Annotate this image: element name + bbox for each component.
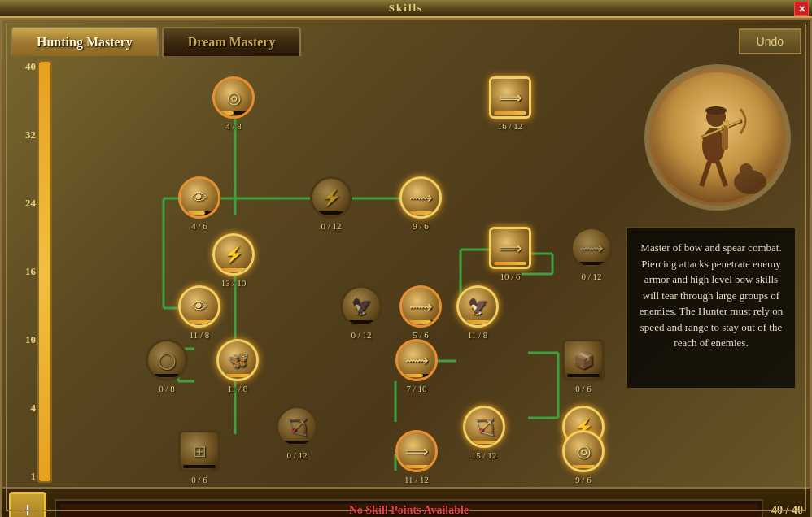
skill-icon-s18: 🏹 bbox=[463, 406, 505, 448]
skill-node-s9[interactable]: 👁 11 / 8 bbox=[178, 285, 220, 340]
skills-area: 40 32 24 16 10 4 1 bbox=[9, 56, 803, 487]
skill-label-s6: 13 / 10 bbox=[221, 278, 247, 288]
skill-label-s22: 9 / 6 bbox=[575, 475, 592, 484]
skill-icon-s11: ⟿ bbox=[399, 285, 442, 328]
skill-label-s12: 11 / 8 bbox=[468, 330, 488, 340]
skill-icon-s9: 👁 bbox=[178, 285, 220, 328]
svg-point-36 bbox=[740, 163, 753, 176]
skill-icon-s8: ⟿ bbox=[570, 227, 613, 269]
skill-label-s21: 11 / 12 bbox=[404, 475, 429, 484]
skill-label-s14: 11 / 8 bbox=[228, 384, 248, 393]
level-label-1: 1 bbox=[15, 470, 36, 483]
skill-label-s3: 4 / 6 bbox=[191, 221, 207, 231]
skill-node-s20[interactable]: ⊞ 0 / 6 bbox=[178, 430, 220, 484]
tab-hunting[interactable]: Hunting Mastery bbox=[11, 27, 159, 56]
tabs-row: Hunting Mastery Dream Mastery Undo bbox=[2, 20, 810, 56]
level-bar-container: 40 32 24 16 10 4 1 bbox=[9, 56, 58, 487]
skill-node-s1[interactable]: ◎ 4 / 8 bbox=[212, 76, 255, 131]
level-label-16: 16 bbox=[15, 265, 36, 278]
undo-button[interactable]: Undo bbox=[739, 28, 801, 54]
level-label-4: 4 bbox=[15, 402, 36, 415]
level-label-24: 24 bbox=[15, 197, 36, 210]
skill-node-s5[interactable]: ⟿ 9 / 6 bbox=[399, 176, 442, 231]
main-container: Hunting Mastery Dream Mastery Undo 40 32… bbox=[0, 18, 812, 517]
skill-node-s4[interactable]: ⚡ 0 / 12 bbox=[310, 176, 352, 231]
svg-rect-31 bbox=[722, 125, 728, 150]
points-display: 40 / 40 bbox=[771, 504, 803, 517]
skill-node-s12[interactable]: 🦅 11 / 8 bbox=[456, 285, 499, 340]
skill-icon-s22: ◎ bbox=[562, 430, 605, 472]
skill-node-s7[interactable]: ⟹ 10 / 6 bbox=[489, 227, 531, 281]
portrait-svg bbox=[653, 72, 783, 202]
window-title: Skills bbox=[389, 2, 423, 15]
skill-node-s15[interactable]: ⟿ 7 / 10 bbox=[395, 339, 438, 393]
skill-node-s17[interactable]: 🏹 0 / 12 bbox=[276, 406, 318, 460]
skill-points-bar: No Skill Points Available bbox=[55, 499, 763, 517]
skill-node-s18[interactable]: 🏹 15 / 12 bbox=[463, 406, 505, 460]
description-box: Master of bow and spear combat. Piercing… bbox=[626, 227, 797, 389]
skill-icon-s20: ⊞ bbox=[178, 430, 220, 472]
tab-dream[interactable]: Dream Mastery bbox=[162, 27, 302, 56]
title-bar: Skills ✕ bbox=[0, 0, 812, 18]
bottom-bar: + No Skill Points Available 40 / 40 bbox=[2, 487, 810, 517]
skill-label-s16: 0 / 6 bbox=[575, 384, 592, 393]
skill-icon-s5: ⟿ bbox=[399, 176, 442, 219]
skill-grid: ◎ 4 / 8 ⟹ 16 / 12 👁 4 / 6 bbox=[58, 56, 632, 487]
skill-icon-s12: 🦅 bbox=[456, 285, 499, 328]
skill-icon-s17: 🏹 bbox=[276, 406, 318, 448]
skill-node-s11[interactable]: ⟿ 5 / 6 bbox=[399, 285, 442, 340]
skill-icon-s16: 📦 bbox=[562, 339, 605, 381]
char-portrait bbox=[644, 64, 791, 211]
skill-node-s10[interactable]: 🦅 0 / 12 bbox=[340, 285, 382, 340]
skill-icon-s14: 🦋 bbox=[216, 339, 259, 381]
svg-point-30 bbox=[705, 106, 727, 115]
skill-icon-s3: 👁 bbox=[178, 176, 220, 219]
skill-label-s1: 4 / 8 bbox=[225, 121, 242, 131]
skill-points-text: No Skill Points Available bbox=[349, 504, 469, 517]
skill-label-s17: 0 / 12 bbox=[286, 450, 307, 460]
skill-icon-s10: 🦅 bbox=[340, 285, 382, 328]
skill-label-s20: 0 / 6 bbox=[191, 475, 207, 484]
skill-icon-s21: ⟹ bbox=[395, 430, 438, 472]
skill-label-s13: 0 / 8 bbox=[159, 384, 175, 393]
add-button[interactable]: + bbox=[9, 492, 46, 517]
level-bar-track bbox=[37, 60, 52, 483]
skill-label-s10: 0 / 12 bbox=[351, 330, 371, 340]
skill-node-s14[interactable]: 🦋 11 / 8 bbox=[216, 339, 259, 393]
skill-node-s21[interactable]: ⟹ 11 / 12 bbox=[395, 430, 438, 484]
description-text: Master of bow and spear combat. Piercing… bbox=[637, 240, 785, 351]
skill-label-s7: 10 / 6 bbox=[500, 272, 520, 281]
skill-node-s2[interactable]: ⟹ 16 / 12 bbox=[489, 76, 531, 131]
skill-icon-s7: ⟹ bbox=[489, 227, 531, 269]
skill-label-s18: 15 / 12 bbox=[472, 450, 497, 460]
skill-label-s4: 0 / 12 bbox=[321, 221, 341, 231]
skill-label-s5: 9 / 6 bbox=[413, 221, 429, 231]
skill-node-s22[interactable]: ◎ 9 / 6 bbox=[562, 430, 605, 484]
skill-node-s3[interactable]: 👁 4 / 6 bbox=[178, 176, 220, 231]
skill-label-s2: 16 / 12 bbox=[498, 121, 523, 131]
skill-label-s15: 7 / 10 bbox=[406, 384, 426, 393]
level-bar-fill bbox=[39, 62, 50, 481]
skill-icon-s2: ⟹ bbox=[489, 76, 531, 119]
skill-icon-s1: ◎ bbox=[212, 76, 255, 119]
level-label-40: 40 bbox=[15, 60, 36, 73]
skill-label-s8: 0 / 12 bbox=[581, 272, 601, 281]
skill-icon-s6: ⚡ bbox=[212, 233, 255, 276]
skill-icon-s4: ⚡ bbox=[310, 176, 352, 219]
level-labels: 40 32 24 16 10 4 1 bbox=[15, 56, 36, 487]
close-button[interactable]: ✕ bbox=[794, 2, 809, 16]
char-panel: Master of bow and spear combat. Piercing… bbox=[632, 56, 803, 487]
skill-node-s6[interactable]: ⚡ 13 / 10 bbox=[212, 233, 255, 288]
skill-icon-s15: ⟿ bbox=[395, 339, 438, 381]
skill-node-s16[interactable]: 📦 0 / 6 bbox=[562, 339, 605, 393]
level-label-32: 32 bbox=[15, 128, 36, 141]
skill-node-s8[interactable]: ⟿ 0 / 12 bbox=[570, 227, 613, 281]
skill-icon-s13: ◯ bbox=[146, 339, 188, 381]
skill-node-s13[interactable]: ◯ 0 / 8 bbox=[146, 339, 188, 393]
connector-svg bbox=[58, 56, 632, 487]
level-label-10: 10 bbox=[15, 333, 36, 346]
skill-label-s9: 11 / 8 bbox=[190, 330, 210, 340]
